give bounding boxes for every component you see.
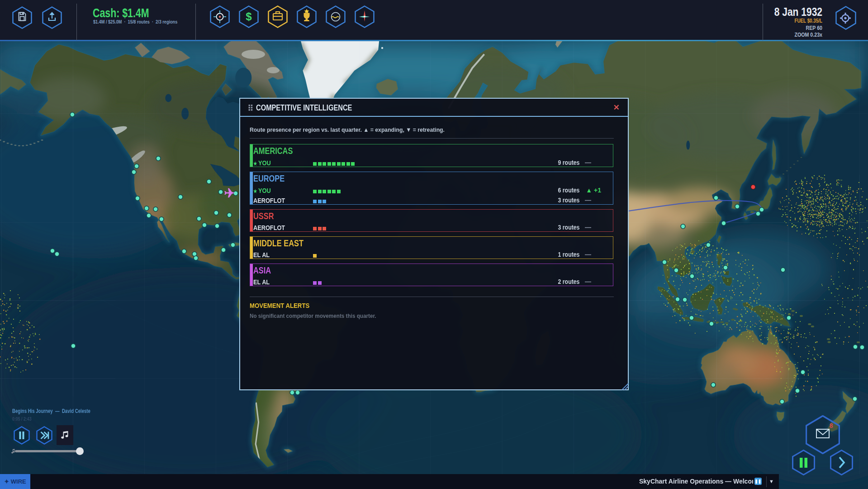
svg-text:$: $ — [246, 10, 252, 23]
svg-text:8: 8 — [830, 422, 833, 429]
